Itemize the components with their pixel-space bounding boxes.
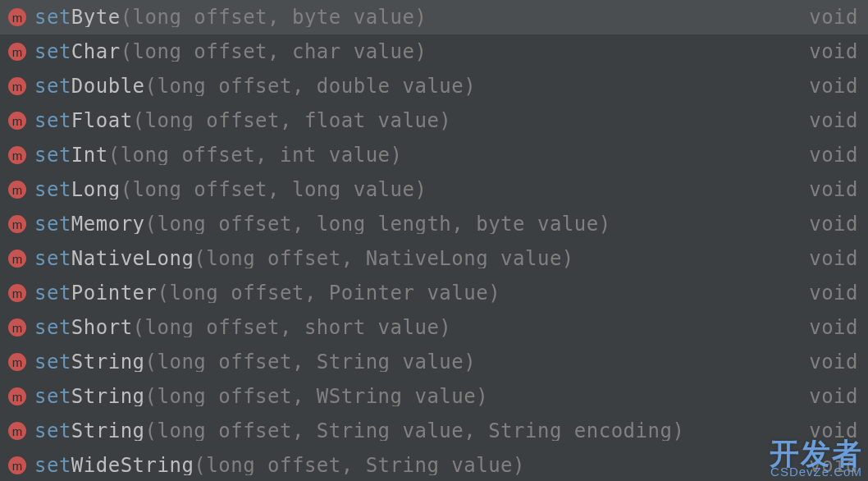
method-icon: m xyxy=(8,353,26,371)
method-params: (long offset, String value, String encod… xyxy=(145,421,685,441)
method-icon: m xyxy=(8,284,26,302)
method-name-prefix: set xyxy=(34,387,71,406)
method-icon: m xyxy=(8,146,26,164)
method-name-suffix: NativeLong xyxy=(71,249,194,268)
method-params: (long offset, long value) xyxy=(121,180,427,199)
return-type: void xyxy=(809,387,858,406)
completion-popup: msetByte(long offset, byte value)voidmse… xyxy=(0,0,868,481)
method-name-suffix: String xyxy=(71,352,145,372)
method-signature: setDouble(long offset, double value) xyxy=(34,76,793,96)
return-type: void xyxy=(809,145,858,165)
method-signature: setPointer(long offset, Pointer value) xyxy=(34,283,793,303)
method-name-prefix: set xyxy=(34,352,71,372)
completion-item[interactable]: msetByte(long offset, byte value)void xyxy=(0,0,868,34)
method-name-suffix: Float xyxy=(71,111,133,131)
method-signature: setString(long offset, String value) xyxy=(34,352,793,372)
completion-item[interactable]: msetPointer(long offset, Pointer value)v… xyxy=(0,276,868,310)
method-name-prefix: set xyxy=(34,145,71,165)
method-name-prefix: set xyxy=(34,283,71,303)
method-icon: m xyxy=(8,387,26,405)
return-type: void xyxy=(809,283,858,303)
method-name-prefix: set xyxy=(34,456,71,475)
method-icon: m xyxy=(8,422,26,440)
method-signature: setString(long offset, WString value) xyxy=(34,387,793,406)
method-signature: setLong(long offset, long value) xyxy=(34,180,793,199)
return-type: void xyxy=(809,352,858,372)
completion-item[interactable]: msetFloat(long offset, float value)void xyxy=(0,103,868,138)
method-params: (long offset, char value) xyxy=(121,42,427,62)
method-name-suffix: Pointer xyxy=(71,283,158,303)
method-name-prefix: set xyxy=(34,249,71,268)
method-params: (long offset, float value) xyxy=(133,111,452,131)
method-name-suffix: String xyxy=(71,387,145,406)
method-name-suffix: Int xyxy=(71,145,108,165)
method-name-suffix: Memory xyxy=(71,214,145,234)
method-name-prefix: set xyxy=(34,214,71,234)
completion-item[interactable]: msetString(long offset, String value, St… xyxy=(0,414,868,448)
method-icon: m xyxy=(8,77,26,95)
completion-item[interactable]: msetShort(long offset, short value)void xyxy=(0,310,868,345)
method-name-suffix: Char xyxy=(71,42,121,62)
return-type: void xyxy=(809,214,858,234)
method-signature: setShort(long offset, short value) xyxy=(34,318,793,337)
method-signature: setInt(long offset, int value) xyxy=(34,145,793,165)
method-params: (long offset, double value) xyxy=(145,76,477,96)
method-signature: setFloat(long offset, float value) xyxy=(34,111,793,131)
return-type: void xyxy=(809,111,858,131)
method-signature: setByte(long offset, byte value) xyxy=(34,7,793,27)
return-type: void xyxy=(809,456,858,475)
completion-item[interactable]: msetLong(long offset, long value)void xyxy=(0,172,868,207)
method-icon: m xyxy=(8,43,26,61)
return-type: void xyxy=(809,180,858,199)
method-name-prefix: set xyxy=(34,421,71,441)
completion-item[interactable]: msetNativeLong(long offset, NativeLong v… xyxy=(0,241,868,276)
method-icon: m xyxy=(8,318,26,337)
method-icon: m xyxy=(8,215,26,233)
method-params: (long offset, String value) xyxy=(194,456,525,475)
method-params: (long offset, WString value) xyxy=(145,387,489,406)
method-name-prefix: set xyxy=(34,7,71,27)
method-signature: setChar(long offset, char value) xyxy=(34,42,793,62)
method-name-suffix: String xyxy=(71,421,145,441)
completion-item[interactable]: msetString(long offset, WString value)vo… xyxy=(0,379,868,414)
method-name-suffix: Short xyxy=(71,318,133,337)
method-icon: m xyxy=(8,8,26,26)
method-signature: setMemory(long offset, long length, byte… xyxy=(34,214,793,234)
completion-item[interactable]: msetInt(long offset, int value)void xyxy=(0,138,868,172)
completion-item[interactable]: msetDouble(long offset, double value)voi… xyxy=(0,69,868,103)
method-name-prefix: set xyxy=(34,111,71,131)
method-params: (long offset, String value) xyxy=(145,352,477,372)
method-name-suffix: WideString xyxy=(71,456,194,475)
return-type: void xyxy=(809,421,858,441)
method-params: (long offset, short value) xyxy=(133,318,452,337)
method-name-prefix: set xyxy=(34,42,71,62)
return-type: void xyxy=(809,249,858,268)
method-icon: m xyxy=(8,112,26,130)
method-params: (long offset, NativeLong value) xyxy=(194,249,573,268)
method-name-prefix: set xyxy=(34,318,71,337)
completion-item[interactable]: msetMemory(long offset, long length, byt… xyxy=(0,207,868,241)
return-type: void xyxy=(809,318,858,337)
method-params: (long offset, Pointer value) xyxy=(158,283,501,303)
method-name-suffix: Byte xyxy=(71,7,121,27)
method-params: (long offset, byte value) xyxy=(121,7,427,27)
completion-item[interactable]: msetWideString(long offset, String value… xyxy=(0,448,868,481)
method-signature: setString(long offset, String value, Str… xyxy=(34,421,793,441)
completion-item[interactable]: msetString(long offset, String value)voi… xyxy=(0,345,868,379)
return-type: void xyxy=(809,42,858,62)
method-icon: m xyxy=(8,456,26,474)
method-icon: m xyxy=(8,181,26,199)
return-type: void xyxy=(809,76,858,96)
method-icon: m xyxy=(8,250,26,268)
method-name-prefix: set xyxy=(34,76,71,96)
method-signature: setNativeLong(long offset, NativeLong va… xyxy=(34,249,793,268)
return-type: void xyxy=(809,7,858,27)
method-name-prefix: set xyxy=(34,180,71,199)
method-params: (long offset, long length, byte value) xyxy=(145,214,611,234)
method-name-suffix: Long xyxy=(71,180,121,199)
method-params: (long offset, int value) xyxy=(108,145,403,165)
completion-item[interactable]: msetChar(long offset, char value)void xyxy=(0,34,868,69)
method-name-suffix: Double xyxy=(71,76,145,96)
method-signature: setWideString(long offset, String value) xyxy=(34,456,793,475)
